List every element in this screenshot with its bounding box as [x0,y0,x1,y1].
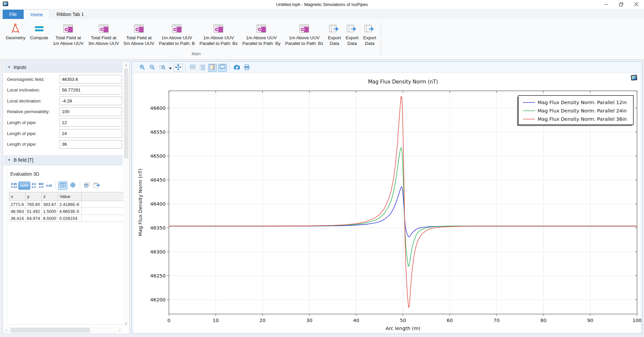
table-row[interactable]: 2771.6765.60383.672.4186E-8 [9,201,127,208]
scrollbar-thumb[interactable] [124,69,128,158]
format-8-5e-1-button[interactable]: 8.5e-1 [30,182,37,189]
scroll-right-icon[interactable]: › [117,328,123,333]
plot-window-icon [63,22,73,35]
table-cell: 51.492 [25,208,42,215]
bfield-section-header[interactable]: ▼ B field [T] [4,155,123,165]
ribbon-button-export-data-1[interactable]: ExportData [325,21,343,48]
table-row[interactable]: 36.41464.9746.50000.026154 [9,215,127,222]
settings-horizontal-scrollbar[interactable]: ‹ › [3,327,123,333]
table-row[interactable]: 48.56351.4921.50004.6653E-5 [9,208,127,215]
relative-permeability-input[interactable] [60,107,122,116]
plot-window-icon [256,22,266,35]
ribbon-button-export-data-3[interactable]: ExportData [361,21,379,48]
ribbon-button-label: 1m Above UUVParallel to Path: By [242,35,281,46]
form-row: Geomagnetic field: [4,75,123,84]
y-tick-label: 46600 [150,105,166,111]
length-of-pipe-3-input[interactable] [60,140,122,149]
zoom-extents-button[interactable] [174,64,183,72]
format-850e-3-button[interactable]: 850e-3 [37,182,45,189]
restore-button[interactable] [613,0,629,9]
table-header-y[interactable]: y [25,192,42,201]
full-precision-button[interactable] [68,181,77,190]
scroll-up-icon[interactable]: ∧ [123,62,129,68]
form-row: Local inclination: [4,86,123,94]
x-tick-label: 20 [259,318,265,323]
geomagnetic-field-input[interactable] [60,75,122,84]
ribbon-button-total-field-1m[interactable]: Total Field at1m Above UUV [51,21,86,48]
ribbon-button-parallel-b[interactable]: 1m Above UUVParallel to Path: B [157,21,197,48]
zoom-in-button[interactable] [138,64,147,72]
ribbon-button-total-field-5m[interactable]: Total Field at5m Above UUV [121,21,157,48]
inputs-section-header[interactable]: ▼ Inputs [4,62,123,73]
scroll-down-icon[interactable]: ∨ [123,320,129,327]
form-row: Length of pipe: [4,129,123,138]
table-cell: 383.67 [42,201,58,208]
form-row: Local declination: [4,96,123,105]
zoom-out-button[interactable] [148,64,157,72]
format-auto-button[interactable]: AUTO [18,182,30,190]
form-row: Length of pipe: [4,140,123,149]
y-axis-label: Mag Flux Density Norm (nT) [138,169,143,236]
copy-table-button[interactable] [82,181,92,190]
plot-window-icon [172,22,182,35]
y-tick-label: 46350 [150,225,166,231]
compass-icon [10,22,22,35]
ribbon-button-geometry[interactable]: Geometry [3,21,28,42]
length-of-pipe-1-input[interactable] [60,118,122,127]
minimize-button[interactable] [598,0,613,9]
tab-ribbon-tab-1[interactable]: Ribbon Tab 1 [50,10,90,19]
ribbon-button-parallel-by[interactable]: 1m Above UUVParallel to Path: By [240,21,283,48]
ribbon-button-total-field-3m[interactable]: Total Field at3m Above UUV [86,21,121,48]
grid-x-icon [190,64,195,72]
length-of-pipe-2-input[interactable] [60,129,122,138]
table-cell-empty [82,215,127,222]
x-tick-label: 0 [167,318,170,323]
format-0-85-button[interactable]: 0.85 [45,184,54,188]
format-8-85e-12-button[interactable]: 8.85e-12 [10,182,18,189]
show-legends-button[interactable] [208,64,217,72]
table-header-x[interactable]: x [9,192,26,201]
tab-file[interactable]: File [3,10,24,19]
zoom-box-button[interactable] [158,64,167,72]
local-declination-input[interactable] [60,96,122,105]
local-inclination-input[interactable] [60,86,122,94]
chart[interactable]: 0102030405060708090100462004625046300463… [133,73,641,332]
x-axis-grid-button[interactable] [188,64,197,72]
tab-home[interactable]: Home [24,10,50,19]
table-cell-empty [82,208,127,215]
ribbon-button-export-data-2[interactable]: ExportData [343,21,361,48]
close-button[interactable] [629,0,644,9]
plot-window-icon [99,22,109,35]
image-snapshot-button[interactable] [232,64,241,72]
globe-icon [70,182,76,189]
ribbon-button-label: Geometry [6,35,25,41]
export-table-button[interactable] [92,181,102,190]
collapse-arrow-icon: ▼ [8,66,11,69]
ribbon: GeometryCompute Total Field at1m Above U… [0,19,644,60]
x-tick-label: 50 [400,318,406,323]
ribbon-button-compute[interactable]: Compute [28,21,51,42]
settings-vertical-scrollbar[interactable]: ∧ ∨ [123,62,129,327]
x-tick-label: 90 [587,318,593,323]
grid-y-icon [199,64,205,72]
scroll-left-icon[interactable]: ‹ [3,328,10,333]
zoom-box-dropdown-button[interactable] [168,64,173,72]
print-button[interactable] [242,64,251,72]
table-icon [60,183,66,189]
table-cell: 6.5000 [42,215,58,222]
length-of-pipe-2-label: Length of pipe: [7,131,37,136]
export-icon [329,22,340,35]
y-axis-grid-button[interactable] [198,64,207,72]
table-header-value[interactable]: Value [58,192,82,201]
show-tooltips-button[interactable] [218,64,227,72]
ribbon-button-parallel-bx[interactable]: 1m Above UUVParallel to Path: Bx [197,21,240,48]
x-axis-label: Arc length (m) [386,326,420,331]
y-tick-label: 46250 [150,273,166,278]
scrollbar-thumb[interactable] [10,328,90,333]
ribbon-button-parallel-bz[interactable]: 1m Above UUVParallel to Path: Bz [283,21,326,48]
show-table-button[interactable] [58,181,67,190]
detach-window-icon[interactable] [631,75,638,81]
equals-icon [34,22,45,35]
table-header-z[interactable]: z [42,192,58,201]
table-cell: 2.4186E-8 [58,201,82,208]
